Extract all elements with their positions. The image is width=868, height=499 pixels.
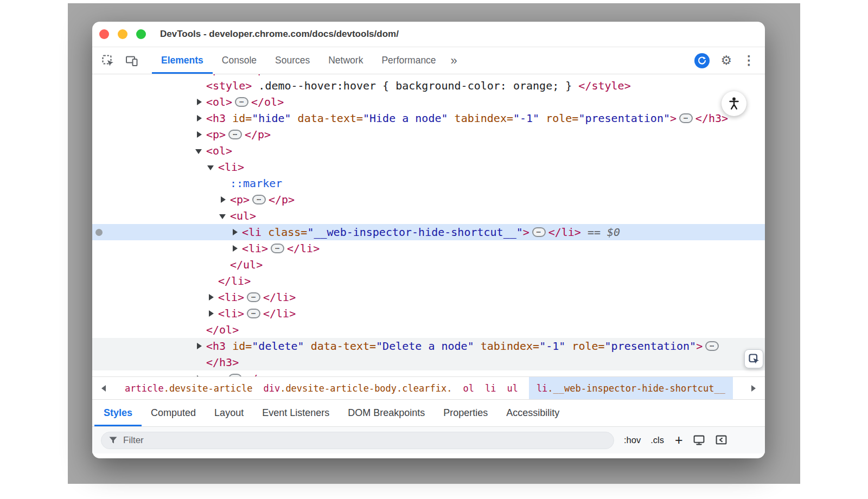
- code-segment-tag: </ol>: [251, 94, 284, 110]
- dom-tree-row[interactable]: <li>⋯</li>: [92, 240, 765, 257]
- breadcrumb-classes: .devsite-article: [164, 383, 253, 394]
- title-bar: DevTools - developer.chrome.com/docs/dev…: [92, 22, 765, 47]
- expand-arrow-icon[interactable]: [231, 245, 242, 252]
- expand-arrow-icon[interactable]: [219, 196, 230, 203]
- dom-tree-row[interactable]: <li>⋯</li>: [92, 305, 765, 322]
- expand-arrow-icon[interactable]: [207, 294, 218, 300]
- expand-arrow-icon[interactable]: [195, 343, 206, 349]
- zoom-button[interactable]: [136, 29, 146, 39]
- element-classes-button[interactable]: .cls: [650, 435, 664, 445]
- code-segment-attr: data-text=: [304, 338, 376, 354]
- sidebar-tab-dom-breakpoints[interactable]: DOM Breakpoints: [339, 400, 434, 426]
- expand-arrow-icon[interactable]: [195, 131, 206, 138]
- toolbar-right-controls: ⚙ ⋮: [694, 53, 757, 68]
- sidebar-tab-computed[interactable]: Computed: [142, 400, 205, 426]
- breadcrumb-scroll-left-button[interactable]: [92, 377, 115, 399]
- dom-tree-row[interactable]: </li>: [92, 273, 765, 289]
- ellipsis-expander[interactable]: ⋯: [679, 113, 693, 123]
- code-segment-tag: <ol>: [206, 143, 232, 159]
- panel-tab-elements[interactable]: Elements: [152, 47, 213, 74]
- sidebar-tab-styles[interactable]: Styles: [94, 400, 142, 426]
- rendering-display-button[interactable]: [693, 434, 705, 446]
- dom-tree-row[interactable]: <li>⋯</li>: [92, 289, 765, 305]
- code-segment-val: "hide": [252, 110, 291, 126]
- code-segment-val: "-1": [513, 110, 539, 126]
- expand-arrow-icon[interactable]: [231, 229, 242, 235]
- expand-arrow-icon[interactable]: [195, 148, 206, 154]
- dom-tree-row[interactable]: ::marker: [92, 175, 765, 191]
- dom-tree-row[interactable]: <h3 id="delete" data-text="Delete a node…: [92, 338, 765, 354]
- new-style-rule-button[interactable]: +: [675, 433, 683, 447]
- panel-tab-network[interactable]: Network: [319, 47, 372, 74]
- panel-tab-strip: ElementsConsoleSourcesNetworkPerformance: [152, 47, 445, 74]
- ellipsis-expander[interactable]: ⋯: [705, 341, 719, 351]
- dom-tree-row[interactable]: <li>: [92, 159, 765, 175]
- code-segment-val: "delete": [252, 338, 304, 354]
- breadcrumb-scroll-right-button[interactable]: [742, 377, 765, 399]
- code-segment-attr: role=: [565, 338, 604, 354]
- dom-tree-row[interactable]: <style> .demo--hover:hover { background-…: [92, 78, 765, 94]
- dom-tree-row[interactable]: <p>⋯</p>: [92, 370, 765, 376]
- code-segment-eq: ==: [581, 224, 607, 240]
- code-segment-dollar: $0: [607, 224, 620, 240]
- close-button[interactable]: [99, 29, 109, 39]
- code-segment-tag: <p>: [206, 370, 226, 376]
- toggle-element-state-button[interactable]: :hov: [624, 435, 641, 445]
- code-segment-tag: <h3: [206, 338, 226, 354]
- inspect-element-icon[interactable]: [100, 53, 116, 69]
- sidebar-toggle-icon: [715, 434, 727, 446]
- accessibility-floating-button[interactable]: [722, 91, 746, 116]
- breadcrumb-tag-name: article: [125, 383, 164, 394]
- scroll-into-view-button[interactable]: [744, 349, 763, 368]
- expand-arrow-icon[interactable]: [219, 213, 230, 219]
- more-panels-button[interactable]: »: [445, 54, 463, 68]
- ellipsis-expander[interactable]: ⋯: [271, 244, 284, 253]
- dom-tree-row[interactable]: </ol>: [92, 322, 765, 338]
- sidebar-tab-event-listeners[interactable]: Event Listeners: [253, 400, 339, 426]
- ellipsis-expander[interactable]: ⋯: [247, 292, 260, 302]
- expand-arrow-icon[interactable]: [195, 115, 206, 121]
- dom-tree-row[interactable]: <ol>⋯</ol>: [92, 94, 765, 110]
- kebab-menu-icon[interactable]: ⋮: [743, 54, 755, 67]
- dom-tree-row[interactable]: </h3>: [92, 354, 765, 370]
- expand-arrow-icon[interactable]: [207, 164, 218, 170]
- dom-tree-row[interactable]: </ul>: [92, 257, 765, 273]
- panel-tab-console[interactable]: Console: [213, 47, 266, 74]
- dom-tree-row[interactable]: <p>⋯</p>: [92, 191, 765, 208]
- inspect-element-icon-svg: [101, 54, 114, 67]
- breadcrumb-item-article[interactable]: article.devsite-article: [125, 377, 252, 399]
- dom-tree-row[interactable]: <li class="__web-inspector-hide-shortcut…: [92, 224, 765, 240]
- dom-tree-row[interactable]: <ul>: [92, 208, 765, 224]
- breadcrumb-bar: article.devsite-articlediv.devsite-artic…: [92, 376, 765, 400]
- sync-icon[interactable]: [694, 53, 710, 68]
- code-segment-tag: <li>: [218, 305, 244, 322]
- ellipsis-expander[interactable]: ⋯: [252, 195, 266, 204]
- device-toolbar-icon[interactable]: [124, 53, 140, 69]
- ellipsis-expander[interactable]: ⋯: [247, 309, 260, 318]
- ellipsis-expander[interactable]: ⋯: [532, 227, 546, 237]
- sidebar-tab-properties[interactable]: Properties: [434, 400, 497, 426]
- breadcrumb-item-ul[interactable]: ul: [507, 377, 518, 399]
- ellipsis-expander[interactable]: ⋯: [235, 97, 248, 107]
- code-segment-tag: </h3>: [206, 354, 239, 370]
- styles-filter-input[interactable]: Filter: [101, 432, 614, 449]
- code-segment-tag: <p>: [206, 126, 226, 143]
- dom-tree-row[interactable]: <h3 id="hide" data-text="Hide a node" ta…: [92, 110, 765, 126]
- code-segment-tag: </li>: [218, 273, 251, 289]
- dom-tree-row[interactable]: <ol>: [92, 143, 765, 159]
- settings-gear-icon[interactable]: ⚙: [720, 54, 732, 67]
- breadcrumb-item-li[interactable]: li: [485, 377, 496, 399]
- expand-arrow-icon[interactable]: [195, 99, 206, 105]
- sidebar-tab-layout[interactable]: Layout: [205, 400, 253, 426]
- dom-tree-row[interactable]: <p>⋯</p>: [92, 126, 765, 143]
- ellipsis-expander[interactable]: ⋯: [228, 130, 242, 139]
- expand-arrow-icon[interactable]: [207, 310, 218, 317]
- toggle-sidebar-button[interactable]: [715, 434, 727, 446]
- breadcrumb-item-li[interactable]: li.__web-inspector-hide-shortcut__: [529, 377, 733, 399]
- minimize-button[interactable]: [118, 29, 127, 39]
- sidebar-tab-accessibility[interactable]: Accessibility: [497, 400, 569, 426]
- panel-tab-sources[interactable]: Sources: [266, 47, 319, 74]
- breadcrumb-item-div[interactable]: div.devsite-article-body.clearfix.: [263, 377, 452, 399]
- breadcrumb-item-ol[interactable]: ol: [463, 377, 474, 399]
- panel-tab-performance[interactable]: Performance: [372, 47, 445, 74]
